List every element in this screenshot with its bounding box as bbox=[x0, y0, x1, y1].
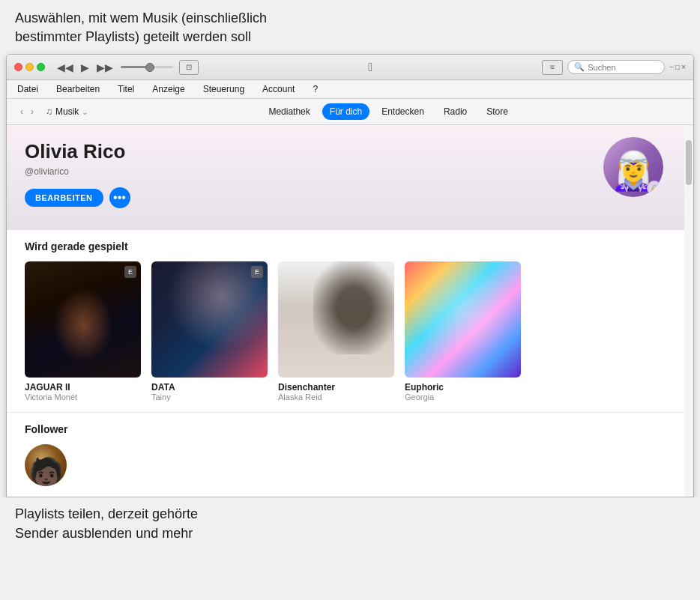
window-size-controls: − □ × bbox=[669, 63, 686, 71]
album-badge-jaguar: E bbox=[124, 266, 136, 278]
album-title-data: DATA bbox=[151, 382, 268, 393]
airplay-button[interactable]: ⊡ bbox=[179, 60, 199, 75]
edit-button[interactable]: BEARBEITEN bbox=[25, 189, 103, 207]
nav-location: ♫ Musik ⌄ bbox=[46, 106, 88, 117]
close-button[interactable] bbox=[14, 63, 22, 71]
bottom-annotation: Playlists teilen, derzeit gehörte Sender… bbox=[0, 497, 700, 550]
content-wrapper: Olivia Rico @oliviarico BEARBEITEN ••• 🧝… bbox=[7, 125, 693, 497]
content-area: Olivia Rico @oliviarico BEARBEITEN ••• 🧝… bbox=[7, 125, 693, 497]
followers-section: Follower bbox=[7, 413, 693, 497]
album-artist-euphoric: Georgia bbox=[405, 393, 521, 401]
nav-arrows: ‹ › bbox=[17, 105, 37, 118]
window-restore-btn[interactable]: □ bbox=[675, 63, 680, 71]
profile-actions: BEARBEITEN ••• bbox=[25, 187, 675, 208]
tab-mediathek[interactable]: Mediathek bbox=[261, 103, 317, 120]
album-art-disenchanter bbox=[278, 261, 394, 378]
nav-back-button[interactable]: ‹ bbox=[17, 105, 26, 118]
menu-help[interactable]: ? bbox=[310, 82, 321, 96]
transport-controls: ◀◀ ▶ ▶▶ bbox=[55, 60, 115, 75]
airplay-icon: ⊡ bbox=[186, 63, 192, 71]
nav-dropdown-icon[interactable]: ⌄ bbox=[82, 108, 88, 116]
album-item-disenchanter[interactable]: Disenchanter Alaska Reid bbox=[278, 261, 394, 401]
apple-logo:  bbox=[205, 61, 536, 74]
profile-handle: @oliviarico bbox=[25, 166, 675, 177]
album-title-disenchanter: Disenchanter bbox=[278, 382, 394, 393]
nav-tabs: Mediathek Für dich Entdecken Radio Store bbox=[94, 103, 683, 120]
profile-avatar: 🧝‍♀️ 🔒 bbox=[603, 137, 663, 197]
album-item-data[interactable]: E DATA Tainy bbox=[151, 261, 268, 401]
list-view-icon: ≡ bbox=[550, 63, 555, 71]
nav-location-label: Musik bbox=[55, 106, 79, 117]
rewind-button[interactable]: ◀◀ bbox=[55, 60, 75, 75]
album-artist-jaguar: Victoria Monét bbox=[25, 393, 141, 401]
more-button[interactable]: ••• bbox=[109, 187, 130, 208]
menu-datei[interactable]: Datei bbox=[14, 82, 41, 96]
album-art-jaguar: E bbox=[25, 261, 141, 378]
top-annotation: Auswählen, mit wem Musik (einschließlich… bbox=[0, 0, 700, 54]
follower-avatar[interactable] bbox=[25, 444, 67, 486]
search-input[interactable] bbox=[588, 63, 658, 72]
tab-radio[interactable]: Radio bbox=[436, 103, 474, 120]
search-icon: 🔍 bbox=[574, 62, 585, 72]
title-bar: ◀◀ ▶ ▶▶ ⊡  ≡ 🔍 − □ × bbox=[7, 55, 693, 80]
itunes-window: ◀◀ ▶ ▶▶ ⊡  ≡ 🔍 − □ × bbox=[6, 54, 694, 497]
tab-entdecken[interactable]: Entdecken bbox=[374, 103, 432, 120]
menu-bearbeiten[interactable]: Bearbeiten bbox=[53, 82, 103, 96]
play-button[interactable]: ▶ bbox=[79, 60, 91, 75]
scroll-thumb[interactable] bbox=[686, 140, 692, 185]
album-artist-data: Tainy bbox=[151, 393, 268, 401]
nav-bar: ‹ › ♫ Musik ⌄ Mediathek Für dich Entdeck… bbox=[7, 99, 693, 125]
album-title-euphoric: Euphoric bbox=[405, 382, 521, 393]
now-playing-section: Wird gerade gespielt E JAGUAR II Victori… bbox=[7, 230, 693, 413]
minimize-button[interactable] bbox=[25, 63, 34, 71]
album-art-euphoric bbox=[405, 261, 521, 378]
forward-button[interactable]: ▶▶ bbox=[95, 60, 115, 75]
album-art-data: E bbox=[151, 261, 268, 378]
apple-icon:  bbox=[368, 61, 372, 74]
list-view-button[interactable]: ≡ bbox=[542, 60, 563, 75]
title-bar-right: ≡ 🔍 − □ × bbox=[542, 60, 686, 75]
menu-steuerung[interactable]: Steuerung bbox=[200, 82, 247, 96]
album-badge-data: E bbox=[251, 266, 263, 278]
maximize-button[interactable] bbox=[37, 63, 45, 71]
nav-forward-button[interactable]: › bbox=[28, 105, 37, 118]
window-minimize-btn[interactable]: − bbox=[669, 63, 674, 71]
volume-thumb bbox=[145, 63, 154, 72]
albums-grid: E JAGUAR II Victoria Monét E DATA Tainy bbox=[25, 261, 675, 401]
album-artist-disenchanter: Alaska Reid bbox=[278, 393, 394, 401]
window-close-btn[interactable]: × bbox=[681, 63, 686, 71]
profile-name: Olivia Rico bbox=[25, 140, 675, 163]
now-playing-title: Wird gerade gespielt bbox=[25, 240, 675, 252]
music-icon: ♫ bbox=[46, 106, 52, 117]
album-title-jaguar: JAGUAR II bbox=[25, 382, 141, 393]
menu-account[interactable]: Account bbox=[259, 82, 298, 96]
tab-store[interactable]: Store bbox=[479, 103, 516, 120]
menu-titel[interactable]: Titel bbox=[115, 82, 137, 96]
menu-anzeige[interactable]: Anzeige bbox=[149, 82, 187, 96]
menu-bar: Datei Bearbeiten Titel Anzeige Steuerung… bbox=[7, 80, 693, 99]
profile-section: Olivia Rico @oliviarico BEARBEITEN ••• 🧝… bbox=[7, 125, 693, 230]
volume-slider[interactable] bbox=[121, 66, 173, 68]
scrollbar[interactable] bbox=[684, 125, 693, 497]
tab-fuer-dich[interactable]: Für dich bbox=[322, 103, 369, 120]
window-controls bbox=[14, 63, 45, 71]
album-item-euphoric[interactable]: Euphoric Georgia bbox=[405, 261, 521, 401]
search-box[interactable]: 🔍 bbox=[567, 60, 665, 74]
album-item-jaguar[interactable]: E JAGUAR II Victoria Monét bbox=[25, 261, 141, 401]
followers-title: Follower bbox=[25, 423, 675, 435]
